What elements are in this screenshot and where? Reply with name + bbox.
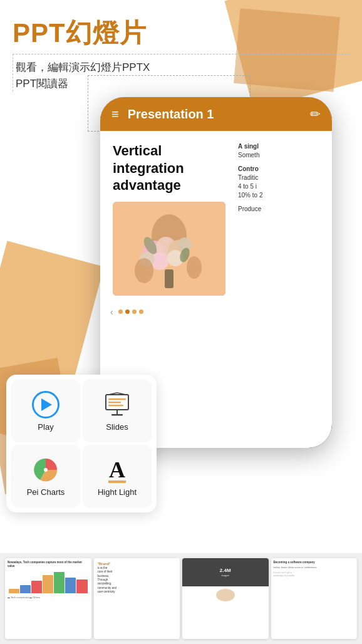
slides-icon — [103, 391, 131, 418]
thumbnail-2[interactable]: "Brand" is at thecore of theirbusiness.T… — [94, 558, 180, 639]
slide-content: Vertical integration advantage — [100, 131, 332, 307]
header: PPT幻燈片 觀看，編輯演示幻燈片PPTX PPT閱讀器 — [0, 0, 362, 98]
prev-arrow[interactable]: ‹ — [110, 307, 113, 317]
svg-point-13 — [187, 256, 202, 279]
hamburger-icon[interactable]: ≡ — [111, 108, 119, 120]
app-toolbar: ≡ Presentation 1 ✏ — [100, 97, 332, 131]
thumbnail-1[interactable]: Nowadays, Tech companies capture most of… — [5, 558, 91, 639]
play-icon — [32, 391, 59, 418]
svg-point-23 — [44, 468, 48, 472]
toolbar-title: Presentation 1 — [128, 107, 301, 122]
slide-heading: Vertical integration advantage — [113, 142, 230, 194]
slide-image — [113, 202, 225, 296]
highlight-label: Hight Light — [98, 487, 137, 497]
svg-rect-17 — [108, 405, 123, 407]
pie-charts-button[interactable]: Pei Charts — [11, 445, 80, 507]
play-button[interactable]: Play — [11, 380, 80, 442]
svg-point-12 — [135, 258, 153, 283]
slides-button[interactable]: Slides — [83, 380, 152, 442]
thumbnail-4[interactable]: Becoming a software company below, fewer… — [271, 558, 358, 639]
play-label: Play — [38, 422, 53, 432]
slide-right-text: A singl Someth Contro Traditic4 to 5 i10… — [238, 142, 319, 296]
dot-4 — [139, 309, 143, 314]
feature-grid: Play Slides — [6, 375, 157, 512]
subtitle-line1: 觀看，編輯演示幻燈片PPTX — [16, 60, 349, 76]
svg-rect-19 — [111, 414, 123, 416]
slides-label: Slides — [106, 422, 128, 432]
pie-charts-label: Pei Charts — [27, 487, 65, 497]
edit-icon[interactable]: ✏ — [310, 106, 321, 122]
highlight-button[interactable]: A Hight Light — [83, 445, 152, 507]
thumbnail-3[interactable]: 2.4M Imagine — [182, 558, 269, 639]
slide-left: Vertical integration advantage — [113, 142, 230, 296]
svg-rect-16 — [108, 402, 121, 403]
highlight-icon: A — [103, 456, 131, 484]
subtitle-line2: PPT閱讀器 — [16, 76, 349, 92]
thumbnail-strip: Nowadays, Tech companies capture most of… — [0, 553, 362, 644]
svg-rect-18 — [116, 410, 118, 415]
svg-rect-11 — [165, 269, 173, 288]
pie-icon — [32, 456, 59, 484]
app-title: PPT幻燈片 — [13, 19, 349, 48]
svg-rect-15 — [108, 398, 126, 400]
dot-2 — [125, 309, 130, 314]
dot-3 — [132, 309, 137, 314]
pagination: ‹ — [100, 307, 332, 322]
app-subtitle: 觀看，編輯演示幻燈片PPTX PPT閱讀器 — [13, 54, 349, 91]
dot-1 — [118, 309, 123, 314]
thumb-chart — [8, 569, 89, 595]
thumb2-brand-label: "Brand" — [96, 561, 178, 566]
